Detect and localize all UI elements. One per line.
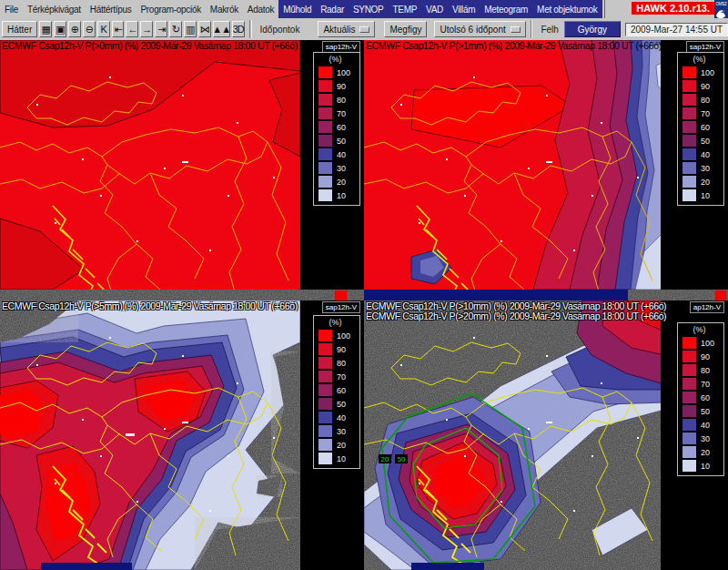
- legend-value: 90: [337, 82, 346, 91]
- legend-unit-label: (%): [682, 55, 723, 66]
- legend-value: 40: [701, 150, 710, 159]
- legend-swatch: [682, 107, 696, 119]
- timepoints-label: Időpontok: [257, 25, 304, 35]
- menu-item[interactable]: Adatok: [243, 5, 278, 15]
- legend-value: 10: [701, 191, 710, 200]
- menu-dark-section: MűholdRadarSYNOPTEMPVADVillámMeteogramMe…: [278, 0, 602, 18]
- legend-row: 70: [682, 377, 723, 391]
- legend-row: 90: [682, 79, 723, 93]
- menu-item[interactable]: Makrók: [206, 5, 243, 15]
- zoom-reset-icon[interactable]: K: [97, 21, 110, 37]
- panel-title: ECMWF Csap12h-V P(>0mm) (%) 2009-Már-29 …: [2, 40, 317, 51]
- next-frame-icon[interactable]: →: [140, 21, 153, 37]
- legend-value: 20: [701, 178, 710, 187]
- legend-swatch: [682, 378, 696, 390]
- menu-item-dark[interactable]: Radar: [316, 5, 349, 15]
- 3d-icon[interactable]: 3D: [232, 21, 245, 37]
- legend-row: 100: [682, 336, 723, 350]
- legend-value: 30: [701, 434, 710, 443]
- current-time-dropdown[interactable]: Aktuális: [318, 21, 375, 37]
- legend-row: 100: [318, 329, 359, 342]
- menu-item-dark[interactable]: TEMP: [388, 5, 421, 15]
- menu-item-dark[interactable]: SYNOP: [349, 5, 389, 15]
- menu-item-dark[interactable]: Műhold: [278, 5, 316, 15]
- film-icon[interactable]: ▥: [184, 21, 197, 37]
- menu-item-dark[interactable]: Meteogram: [480, 5, 532, 15]
- current-time-dropdown-label: Aktuális: [323, 25, 355, 35]
- legend-unit-label: (%): [318, 318, 359, 329]
- legend-row: 30: [682, 432, 723, 445]
- map-panel-p10mm: 20 50 ECMWF Csap12h-V P(>10mm) (%) 2009-…: [364, 300, 728, 570]
- user-button[interactable]: György: [564, 21, 621, 37]
- contour-label: 50: [398, 455, 406, 463]
- legend-row: 80: [318, 356, 359, 370]
- legend-marker: [715, 290, 726, 300]
- fonts-icon[interactable]: ▲▲: [213, 21, 230, 37]
- probability-legend: (%) 100 90 80 70 60: [677, 52, 724, 206]
- menu-item[interactable]: Háttértípus: [86, 5, 136, 15]
- legend-row: 70: [318, 107, 359, 120]
- legend-swatch: [318, 135, 332, 147]
- legend-row: 40: [682, 148, 723, 161]
- save-icon[interactable]: ▣: [54, 21, 66, 37]
- legend-value: 10: [337, 454, 346, 463]
- legend-value: 80: [337, 359, 346, 368]
- prev-frame-icon[interactable]: ←: [126, 21, 138, 37]
- legend-swatch: [318, 121, 332, 133]
- map-panel-p5mm: ECMWF Csap12h-V P(>5mm) (%) 2009-Már-29 …: [0, 300, 364, 570]
- legend-value: 60: [701, 123, 710, 132]
- menu-item[interactable]: Térképkivágat: [23, 5, 86, 15]
- legend-swatch: [682, 419, 696, 431]
- loop-icon[interactable]: ↻: [169, 21, 182, 37]
- menu-item-dark[interactable]: Met objektumok: [532, 5, 602, 15]
- background-image-icon[interactable]: ▦: [39, 21, 52, 37]
- first-frame-icon[interactable]: ⇤: [112, 21, 125, 37]
- probability-legend: (%) 100 90 80 70 60: [677, 322, 724, 476]
- menu-bar: FileTérképkivágatHáttértípusProgram-opci…: [0, 0, 728, 19]
- hawk-workstation: FileTérképkivágatHáttértípusProgram-opci…: [0, 0, 728, 570]
- zoom-in-icon[interactable]: ⊕: [68, 21, 81, 37]
- panel-title-line2: ECMWF Csap12h-V P(>20mm) (%) 2009-Már-29…: [366, 310, 681, 321]
- legend-row: 30: [318, 161, 359, 175]
- legend-value: 100: [337, 68, 350, 77]
- legend-value: 50: [337, 137, 346, 146]
- panel-tab[interactable]: ap12h-V: [690, 301, 724, 313]
- legend-row: 70: [318, 370, 359, 383]
- legend-swatch: [682, 176, 696, 188]
- legend-swatch: [682, 135, 696, 147]
- datetime-field[interactable]: 2009-Mar-27 14:55 UT: [625, 23, 728, 36]
- menu-item-dark[interactable]: VAD: [421, 5, 448, 15]
- legend-row: 20: [318, 175, 359, 188]
- legend-row: 10: [682, 188, 723, 202]
- legend-row: 60: [682, 391, 723, 404]
- map-p10mm-view[interactable]: 20 50: [364, 300, 728, 570]
- zoom-out-icon[interactable]: ⊖: [83, 21, 96, 37]
- background-button[interactable]: Hátter: [2, 21, 37, 37]
- map-p1mm-view[interactable]: [364, 40, 728, 300]
- legend-swatch: [318, 94, 332, 106]
- legend-row: 50: [682, 404, 723, 418]
- menu-item-dark[interactable]: Villám: [448, 5, 480, 15]
- legend-swatch: [318, 357, 332, 369]
- map-p0mm-view[interactable]: [0, 40, 364, 300]
- panel-tab[interactable]: sap12h-V: [322, 301, 360, 313]
- legend-swatch: [682, 351, 696, 362]
- legend-value: 80: [701, 366, 710, 375]
- legend-value: 60: [701, 393, 710, 402]
- animate-icon[interactable]: ⋈: [198, 21, 211, 37]
- observe-button[interactable]: Megfigy: [384, 21, 427, 37]
- legend-swatch: [318, 371, 332, 382]
- last-frame-icon[interactable]: ⇥: [155, 21, 167, 37]
- legend-swatch: [682, 446, 696, 458]
- legend-value: 70: [701, 109, 710, 118]
- legend-value: 90: [701, 82, 710, 91]
- last6-timepoints-dropdown[interactable]: Utolsó 6 időpont: [434, 21, 525, 37]
- map-p5mm-view[interactable]: [0, 300, 364, 570]
- dropdown-handle-icon: [511, 26, 521, 33]
- probability-legend: (%) 100 90 80 70 60: [313, 315, 360, 469]
- menu-item[interactable]: Program-opciók: [136, 5, 205, 15]
- menu-item[interactable]: File: [0, 5, 23, 15]
- legend-value: 10: [701, 462, 710, 471]
- legend-row: 30: [318, 424, 359, 438]
- last6-dropdown-label: Utolsó 6 időpont: [440, 25, 505, 35]
